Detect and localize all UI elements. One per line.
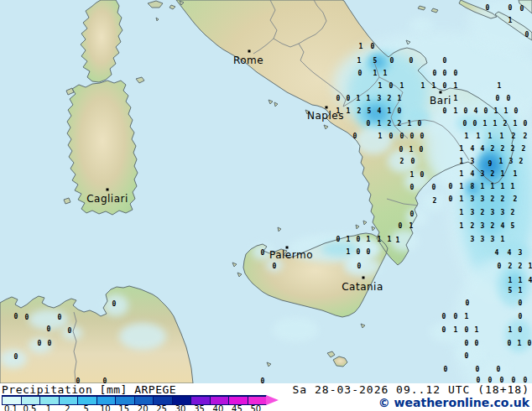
scale-color-cell (22, 397, 41, 404)
precip-value: 3 (491, 237, 495, 243)
precip-value: 1 (518, 341, 522, 347)
precip-value: 0 (367, 249, 371, 256)
precip-value: 0 (465, 327, 469, 334)
scale-tick-label: 5 (84, 404, 89, 411)
scale-color-cell (229, 397, 248, 404)
precip-value: 1 (460, 196, 464, 203)
city-label-naples: Naples (307, 110, 344, 122)
precip-value: 2 (511, 210, 515, 216)
precip-value: 1 (501, 237, 505, 243)
precip-value: 3 (481, 196, 485, 203)
precip-value: 2 (503, 121, 508, 127)
legend-bar: Precipitation [mm] ARPEGE 0.10.512510152… (0, 383, 532, 411)
coastline-layer (0, 0, 532, 383)
precip-value: 1 (378, 121, 382, 127)
precip-value: 1 (367, 237, 371, 243)
precip-value: 5 (373, 58, 378, 65)
precip-value: 0 (524, 377, 528, 383)
precip-value: 0 (449, 196, 453, 203)
precip-value: 0 (367, 121, 371, 127)
legend-param-label: Precipitation (2, 383, 92, 396)
precip-value: 3 (519, 250, 523, 257)
precip-value: 5 (509, 288, 513, 294)
precip-value: 2 (519, 159, 524, 165)
precip-value: 0 (14, 354, 18, 361)
precip-value: 9 (488, 161, 493, 168)
precip-value: 4 (474, 108, 478, 115)
precip-value: 1 (454, 327, 458, 334)
precip-value: 3 (471, 210, 475, 216)
city-dot (362, 277, 365, 279)
precip-value: 0 (465, 353, 469, 360)
precip-value: 0 (442, 327, 446, 334)
precip-value: 0 (390, 58, 394, 65)
scale-tick-label: 0.5 (23, 404, 36, 411)
precip-value: 1 (410, 172, 415, 179)
precip-value: 1 (347, 237, 351, 243)
precip-value: 0 (411, 159, 415, 165)
scale-color-cell (3, 397, 22, 404)
precip-value: 1 (500, 133, 504, 140)
precip-value: 2 (512, 133, 516, 140)
precip-value: 0 (454, 70, 458, 77)
precip-value: 3 (481, 223, 485, 230)
precip-value: 1 (388, 108, 392, 115)
precip-value: 0 (273, 263, 277, 270)
city-dot (107, 189, 109, 191)
precip-value: 0 (443, 83, 447, 90)
scale-tick-label: 20 (138, 404, 149, 411)
precip-value: 3 (471, 237, 475, 243)
city-label-catania: Catania (342, 281, 383, 293)
precip-value: 0 (357, 263, 362, 270)
precip-value: 0 (389, 83, 394, 90)
precip-value: 0 (509, 5, 513, 12)
precip-value: 0 (473, 121, 477, 127)
scale-tick-label: 10 (100, 404, 111, 411)
precip-value: 4 (471, 171, 475, 178)
precip-value: 0 (476, 367, 480, 373)
precip-value: 0 (48, 341, 52, 347)
precip-value: 1 (460, 171, 464, 178)
precip-value: 2 (357, 108, 362, 115)
precip-value: 3 (481, 237, 485, 243)
precip-value: 3 (501, 210, 505, 216)
precip-value: 0 (508, 341, 512, 347)
precip-value: 0 (449, 184, 453, 190)
precip-value: 1 (494, 108, 498, 115)
precip-value: 0 (418, 121, 422, 127)
scale-tick-label: 35 (194, 404, 205, 411)
precip-value: 1 (409, 223, 414, 230)
precip-value: 1 (357, 96, 361, 102)
precip-value: 0 (465, 341, 469, 347)
precip-value: 2 (524, 133, 528, 140)
scale-color-cell (211, 397, 230, 404)
precip-value: 0 (47, 326, 51, 333)
precip-value: 0 (358, 70, 362, 77)
precip-value: 2 (501, 196, 505, 203)
precip-value: 0 (433, 70, 437, 77)
precip-value: 1 (460, 159, 464, 165)
precip-value: 0 (409, 58, 414, 65)
precip-value: 0 (475, 341, 479, 347)
precip-value: 2 (481, 210, 485, 216)
precip-value: 0 (420, 133, 425, 140)
legend-title: Precipitation [mm] ARPEGE (2, 383, 176, 396)
precip-value: 0 (519, 314, 523, 320)
precip-value: 1 (378, 237, 382, 243)
legend-unit-label: [mm] (100, 383, 128, 396)
precip-value: 0 (347, 96, 351, 102)
precip-value: 0 (525, 32, 529, 39)
precip-value: 0 (68, 328, 72, 335)
precip-value: 1 (481, 184, 485, 190)
city-label-bari: Bari (430, 95, 451, 107)
precip-value: 4 (529, 278, 532, 284)
precip-value: 3 (509, 159, 514, 165)
city-label-cagliari: Cagliari (86, 193, 128, 205)
precip-value: 1 (511, 184, 515, 190)
precip-value: 4 (481, 146, 485, 153)
precip-value: 1 (509, 327, 513, 334)
scale-tick-labels: 0.10.5125101520253035404550 (2, 404, 279, 411)
scale-color-cell (135, 397, 154, 404)
precip-value: 1 (396, 237, 400, 244)
precip-value: 0 (112, 301, 117, 308)
